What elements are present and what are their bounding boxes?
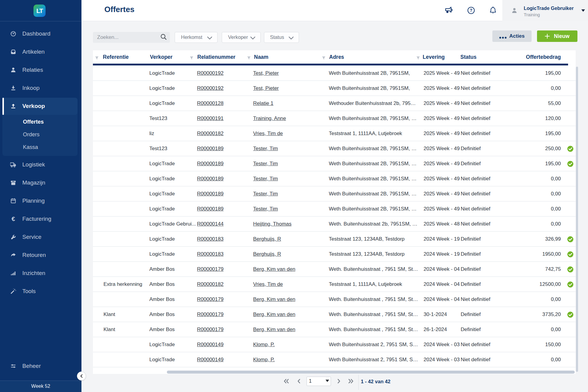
svg-text:€: € (11, 216, 15, 222)
svg-text:?: ? (470, 8, 472, 13)
